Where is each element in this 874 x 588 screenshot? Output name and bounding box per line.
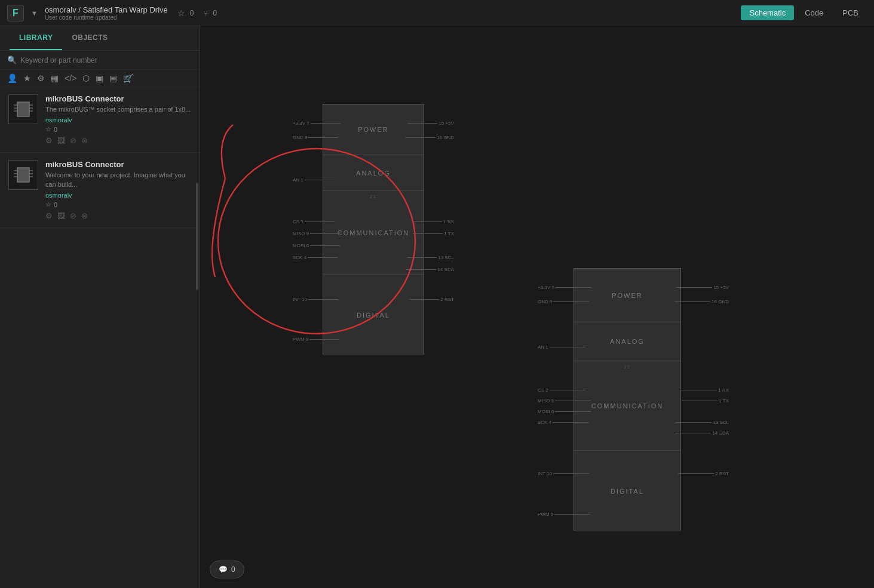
component-desc: Welcome to your new project. Imagine wha… (45, 171, 191, 189)
filter-cart-icon[interactable]: 🛒 (123, 73, 133, 83)
top-bar: F ▼ osmoralv / Satisfied Tan Warp Drive … (0, 0, 874, 26)
star-count: 0 (54, 126, 57, 133)
star-icon: ☆ (45, 201, 51, 208)
action-hide-icon[interactable]: ⊗ (81, 211, 88, 220)
filter-qr-icon[interactable]: ▤ (109, 73, 117, 83)
star-count: 0 (54, 201, 57, 208)
filter-code-icon[interactable]: </> (65, 73, 76, 83)
component-chip-icon (11, 97, 35, 121)
fork-icon: ⑂ (203, 8, 208, 18)
j2-power-section: POWER (574, 269, 680, 322)
filter-grid-icon[interactable]: ▦ (51, 73, 59, 83)
action-image-icon[interactable]: 🖼 (57, 136, 65, 145)
component-actions: ⚙ 🖼 ⊘ ⊗ (45, 211, 191, 220)
j1-pin-4: CS 3 (293, 219, 335, 224)
project-info: osmoralv / Satisfied Tan Warp Drive User… (45, 5, 168, 21)
library-tab[interactable]: LIBRARY (10, 26, 62, 50)
panel-tabs: LIBRARY OBJECTS (0, 26, 200, 51)
chat-icon: 💬 (219, 565, 228, 574)
j1-pin-2: GND 8 (293, 135, 338, 140)
canvas-area[interactable]: POWER ANALOG J1 COMMUNICATION DIGITAL (200, 26, 874, 588)
search-bar[interactable]: 🔍 (0, 51, 200, 70)
j1-power-section: POWER (323, 104, 424, 155)
objects-tab[interactable]: OBJECTS (62, 26, 117, 50)
action-settings-icon[interactable]: ⚙ (45, 136, 53, 145)
component-info: mikroBUS Connector Welcome to your new p… (45, 160, 191, 220)
action-unlink-icon[interactable]: ⊘ (70, 136, 76, 145)
j2-pin-1: +3.3V 7 (538, 285, 591, 290)
component-author: osmoralv (45, 116, 191, 124)
j2-rpin-5: 13 SCL (676, 420, 729, 425)
j1-pin-1: +3.3V 7 (293, 121, 341, 126)
j1-digital-section: DIGITAL (323, 275, 424, 355)
breadcrumb-separator: ▼ (31, 10, 38, 17)
j1-pin-3: AN 1 (293, 177, 335, 183)
list-item[interactable]: mikroBUS Connector The mikroBUS™ socket … (0, 87, 200, 153)
j1-rpin-6: 14 SDA (406, 267, 454, 272)
j2-pin-3: AN 1 (538, 344, 585, 350)
ic-j1[interactable]: POWER ANALOG J1 COMMUNICATION DIGITAL (293, 104, 454, 355)
j1-pin-8: INT 10 (293, 297, 338, 302)
j2-pin-2: GND 8 (538, 299, 589, 304)
j1-pin-9: PWM 9 (293, 337, 339, 342)
star-icon: ☆ (177, 8, 185, 18)
j1-analog-section: ANALOG (323, 155, 424, 191)
j1-rpin-2: 16 GND (406, 135, 454, 140)
j1-pin-6: MOSI 6 (293, 243, 340, 248)
search-input[interactable] (20, 56, 192, 64)
svg-rect-7 (17, 168, 29, 182)
filter-person-icon[interactable]: 👤 (7, 73, 17, 83)
chat-count: 0 (231, 565, 235, 574)
j1-pin-5: MISO 9 (293, 231, 340, 236)
panel-scrollbar[interactable] (196, 183, 198, 290)
component-stars: ☆ 0 (45, 125, 191, 133)
j2-pin-8: INT 10 (538, 471, 589, 476)
j2-rpin-3: 1 RX (681, 387, 729, 393)
j2-pin-9: PWM 9 (538, 512, 590, 517)
j1-rpin-4: 1 TX (413, 231, 454, 236)
filter-icons-bar: 👤 ★ ⚙ ▦ </> ⬡ ▣ ▤ 🛒 (0, 70, 200, 87)
pcb-tab[interactable]: PCB (834, 5, 867, 20)
star-action[interactable]: ☆ 0 (177, 8, 194, 18)
list-item[interactable]: mikroBUS Connector Welcome to your new p… (0, 153, 200, 228)
svg-rect-0 (17, 102, 29, 116)
j2-rpin-4: 1 TX (682, 398, 729, 404)
j1-rpin-5: 13 SCL (407, 255, 454, 260)
component-thumbnail (8, 160, 38, 190)
component-chip-icon (11, 163, 35, 187)
component-desc: The mikroBUS™ socket comprises a pair of… (45, 105, 191, 114)
filter-star-icon[interactable]: ★ (23, 73, 31, 83)
view-tabs: Schematic Code PCB (741, 5, 867, 20)
app-logo: F (7, 5, 24, 21)
fork-action[interactable]: ⑂ 0 (203, 8, 217, 18)
j1-pin-7: SCK 4 (293, 255, 338, 260)
filter-cube-icon[interactable]: ⬡ (82, 73, 90, 83)
ic-j2[interactable]: POWER ANALOG J2 COMMUNICATION DIGITAL +3 (538, 268, 729, 531)
code-tab[interactable]: Code (796, 5, 832, 20)
j2-pin-4: CS 2 (538, 387, 585, 393)
component-name: mikroBUS Connector (45, 94, 191, 103)
project-name: osmoralv / Satisfied Tan Warp Drive (45, 5, 168, 14)
filter-gear-icon[interactable]: ⚙ (37, 73, 45, 83)
component-stars: ☆ 0 (45, 201, 191, 208)
chat-button[interactable]: 💬 0 (210, 561, 244, 578)
j2-rpin-1: 15 +5V (676, 285, 729, 290)
j1-rpin-3: 1 RX (412, 219, 454, 224)
components-list: mikroBUS Connector The mikroBUS™ socket … (0, 87, 200, 588)
j2-rpin-7: 2 RST (678, 471, 729, 476)
project-subtitle: User code runtime updated (45, 14, 168, 21)
filter-chip-icon[interactable]: ▣ (96, 73, 103, 83)
action-settings-icon[interactable]: ⚙ (45, 211, 53, 220)
fork-count: 0 (213, 9, 217, 17)
action-hide-icon[interactable]: ⊗ (81, 136, 88, 145)
star-count: 0 (190, 9, 194, 17)
action-unlink-icon[interactable]: ⊘ (70, 211, 76, 220)
j2-rpin-2: 16 GND (674, 299, 729, 304)
j2-label: J2 (624, 364, 631, 370)
component-name: mikroBUS Connector (45, 160, 191, 169)
action-image-icon[interactable]: 🖼 (57, 211, 65, 220)
schematic-container: POWER ANALOG J1 COMMUNICATION DIGITAL (200, 26, 874, 588)
component-thumbnail (8, 94, 38, 124)
j2-analog-section: ANALOG (574, 322, 680, 361)
schematic-tab[interactable]: Schematic (741, 5, 794, 20)
